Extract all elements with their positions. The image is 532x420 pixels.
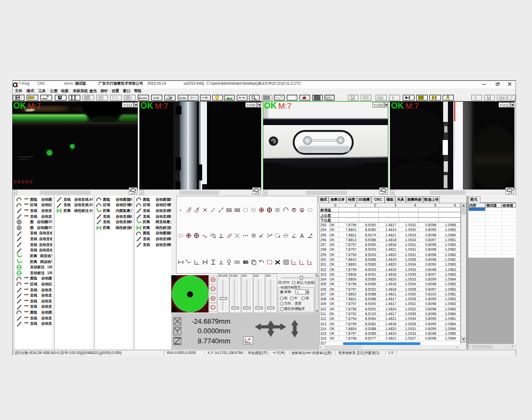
svg-text:—B: —B: [167, 96, 171, 98]
svg-text:r: r: [302, 261, 303, 264]
svg-text:x: x: [294, 261, 295, 264]
svg-text:LC: LC: [328, 96, 330, 98]
svg-text:A: A: [300, 233, 304, 239]
svg-text:FFFFF: FFFFF: [14, 179, 34, 185]
svg-text:Enter: Enter: [179, 96, 187, 100]
svg-text:CAD: CAD: [153, 96, 160, 100]
svg-text:x: x: [196, 261, 198, 264]
svg-text:b: b: [310, 261, 312, 264]
svg-text:Excel: Excel: [139, 96, 147, 100]
